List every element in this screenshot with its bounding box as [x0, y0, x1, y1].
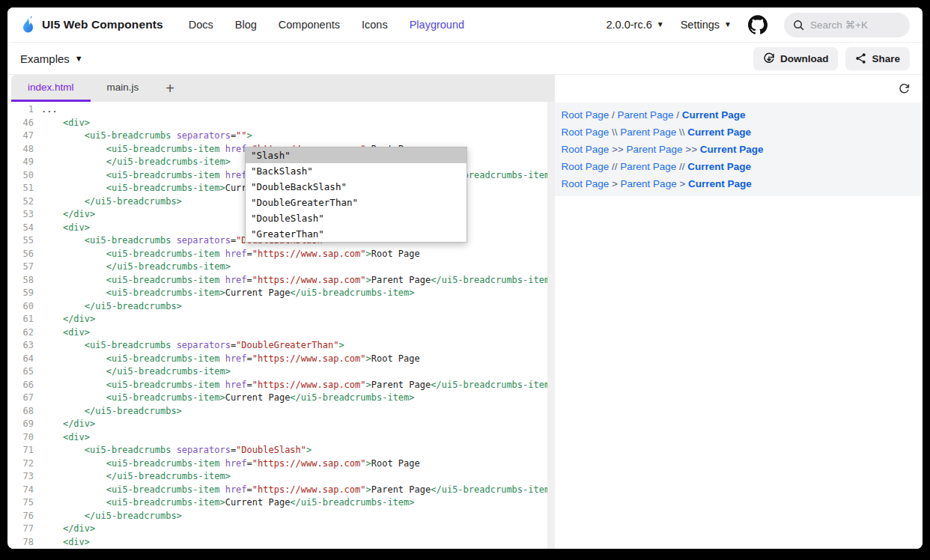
- refresh-icon[interactable]: [898, 82, 911, 95]
- code-line[interactable]: 59 <ui5-breadcrumbs-item>Current Page</u…: [11, 287, 555, 300]
- code-line[interactable]: 62 <div>: [11, 326, 555, 340]
- breadcrumb-link[interactable]: Root Page: [561, 109, 609, 121]
- code-token: <ui5-breadcrumbs-item: [106, 458, 220, 469]
- code-line[interactable]: 71 <ui5-breadcrumbs separators="DoubleSl…: [11, 444, 555, 457]
- code-token: <ui5-breadcrumbs-item>: [106, 183, 225, 193]
- code-token: "https://www.sap.com": [252, 458, 366, 469]
- breadcrumb: Root Page // Parent Page // Current Page: [561, 158, 923, 175]
- code-token: </ui5-breadcrumbs-item>: [431, 275, 555, 285]
- code-token: Parent Page: [371, 484, 431, 495]
- download-button[interactable]: Download: [753, 47, 839, 70]
- code-line[interactable]: 57 </ui5-breadcrumbs-item>: [11, 261, 555, 274]
- code-line[interactable]: 61 </div>: [11, 313, 555, 326]
- autocomplete-option[interactable]: "DoubleBackSlash": [246, 179, 466, 195]
- autocomplete-option[interactable]: "BackSlash": [246, 163, 466, 179]
- autocomplete-option[interactable]: "GreaterThan": [246, 226, 466, 242]
- code-line[interactable]: 76 </ui5-breadcrumbs>: [11, 510, 555, 523]
- autocomplete-option[interactable]: "Slash": [246, 147, 466, 163]
- code-token: [41, 445, 85, 455]
- line-number: 60: [11, 300, 34, 314]
- breadcrumb-separator: >>: [683, 144, 700, 155]
- code-line[interactable]: 68 </ui5-breadcrumbs>: [11, 405, 555, 419]
- breadcrumb: Root Page >> Parent Page >> Current Page: [561, 141, 923, 158]
- code-line[interactable]: 78 <div>: [11, 536, 555, 550]
- code-line[interactable]: 46 <div>: [11, 117, 555, 130]
- nav-docs[interactable]: Docs: [189, 19, 213, 31]
- code-token: "": [236, 130, 246, 141]
- examples-dropdown[interactable]: Examples ▼: [20, 52, 83, 65]
- breadcrumb-link[interactable]: Root Page: [561, 127, 609, 138]
- autocomplete-option[interactable]: "DoubleGreaterThan": [246, 195, 466, 210]
- code-text: </ui5-breadcrumbs-item>: [41, 156, 231, 167]
- breadcrumb-link[interactable]: Parent Page: [621, 178, 677, 189]
- code-line[interactable]: 1...: [11, 103, 555, 117]
- nav-icons[interactable]: Icons: [362, 19, 388, 31]
- tab-index.html[interactable]: index.html: [11, 75, 91, 102]
- code-token: [41, 144, 106, 154]
- code-token: </ui5-breadcrumbs-item>: [290, 497, 414, 508]
- code-line[interactable]: 70 <div>: [11, 431, 555, 445]
- code-token: </div>: [63, 314, 95, 324]
- code-text: <ui5-breadcrumbs-item>Current Page</ui5-…: [41, 287, 415, 298]
- code-line[interactable]: 60 </ui5-breadcrumbs>: [11, 300, 555, 314]
- tab-main.js[interactable]: main.js: [91, 75, 156, 102]
- code-token: ...: [41, 104, 58, 115]
- code-line[interactable]: 77 </div>: [11, 523, 555, 536]
- share-label: Share: [872, 53, 900, 64]
- nav-components[interactable]: Components: [279, 19, 340, 31]
- line-number: 66: [11, 379, 34, 392]
- breadcrumb-link[interactable]: Root Page: [561, 161, 609, 172]
- code-token: [219, 353, 225, 364]
- code-line[interactable]: 73 </ui5-breadcrumbs-item>: [11, 470, 555, 484]
- line-number: 50: [11, 169, 34, 183]
- editor-scrollbar[interactable]: [547, 102, 555, 549]
- breadcrumb-link[interactable]: Parent Page: [620, 161, 676, 172]
- breadcrumb-link[interactable]: Parent Page: [620, 127, 676, 138]
- code-line[interactable]: 67 <ui5-breadcrumbs-item>Current Page</u…: [11, 392, 555, 405]
- breadcrumb-link[interactable]: Root Page: [561, 178, 609, 189]
- code-token: </div>: [63, 523, 95, 534]
- main-area: index.htmlmain.js+ 1...46 <div>47 <ui5-b…: [7, 75, 923, 549]
- breadcrumb-link[interactable]: Parent Page: [617, 109, 673, 121]
- code-token: [41, 419, 63, 429]
- breadcrumb-link[interactable]: Root Page: [561, 144, 609, 155]
- settings-dropdown[interactable]: Settings ▼: [681, 19, 732, 31]
- settings-label: Settings: [681, 19, 720, 31]
- code-line[interactable]: 72 <ui5-breadcrumbs-item href="https://w…: [11, 457, 555, 471]
- share-button[interactable]: Share: [845, 47, 910, 70]
- nav-playground[interactable]: Playground: [410, 19, 464, 31]
- code-line[interactable]: 63 <ui5-breadcrumbs separators="DoubleGr…: [11, 339, 555, 353]
- code-line[interactable]: 56 <ui5-breadcrumbs-item href="https://w…: [11, 248, 555, 261]
- code-line[interactable]: 58 <ui5-breadcrumbs-item href="https://w…: [11, 274, 555, 287]
- version-label: 2.0.0-rc.6: [607, 19, 652, 31]
- code-token: =: [247, 458, 252, 469]
- autocomplete-option[interactable]: "DoubleSlash": [246, 210, 466, 226]
- search-input[interactable]: Search ⌘+K: [784, 13, 910, 37]
- code-token: >: [247, 130, 252, 141]
- code-line[interactable]: 65 </ui5-breadcrumbs-item>: [11, 365, 555, 379]
- new-tab-button[interactable]: +: [155, 75, 185, 102]
- code-token: [41, 392, 106, 403]
- breadcrumb-link[interactable]: Parent Page: [626, 144, 682, 155]
- line-number: 68: [11, 405, 34, 419]
- code-line[interactable]: 64 <ui5-breadcrumbs-item href="https://w…: [11, 353, 555, 366]
- code-line[interactable]: 75 <ui5-breadcrumbs-item>Current Page</u…: [11, 496, 555, 510]
- code-line[interactable]: 66 <ui5-breadcrumbs-item href="https://w…: [11, 379, 555, 392]
- code-line[interactable]: 74 <ui5-breadcrumbs-item href="https://w…: [11, 484, 555, 497]
- chevron-down-icon: ▼: [724, 21, 732, 28]
- code-text: </div>: [41, 523, 95, 534]
- github-icon[interactable]: [748, 15, 768, 34]
- code-line[interactable]: 69 </div>: [11, 418, 555, 431]
- search-icon: [793, 19, 804, 31]
- code-token: [41, 249, 106, 259]
- nav-blog[interactable]: Blog: [235, 19, 257, 31]
- code-token: [41, 497, 106, 508]
- code-line[interactable]: 47 <ui5-breadcrumbs separators="">: [11, 130, 555, 143]
- version-dropdown[interactable]: 2.0.0-rc.6 ▼: [607, 19, 664, 31]
- line-number: 57: [11, 261, 34, 274]
- breadcrumb-current: Current Page: [687, 127, 751, 138]
- code-token: >: [338, 340, 344, 350]
- line-number: 56: [11, 248, 34, 261]
- brand[interactable]: UI5 Web Components: [20, 15, 163, 34]
- code-token: href: [225, 353, 247, 364]
